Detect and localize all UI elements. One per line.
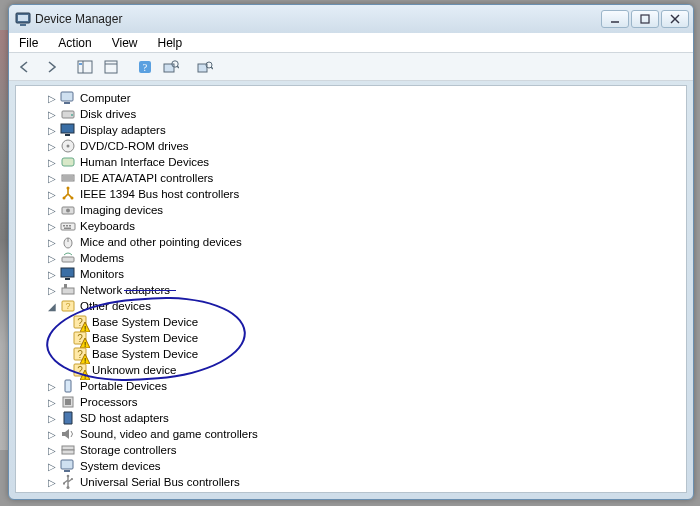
expand-icon[interactable]: ▷: [46, 460, 58, 472]
menubar: File Action View Help: [9, 33, 693, 53]
expand-icon[interactable]: ▷: [46, 412, 58, 424]
svg-point-77: [67, 486, 70, 489]
expand-icon[interactable]: ▷: [46, 428, 58, 440]
properties-button[interactable]: [99, 56, 123, 78]
tree-item-dvd-cd-rom-drives[interactable]: ▷ DVD/CD-ROM drives: [16, 138, 686, 154]
maximize-button[interactable]: [631, 10, 659, 28]
tree-item-network-adapters[interactable]: ▷ Network adapters: [16, 282, 686, 298]
expand-icon[interactable]: ▷: [46, 92, 58, 104]
expand-icon[interactable]: ▷: [46, 124, 58, 136]
unknown-device-icon: ? !: [72, 346, 88, 362]
tree-item-label: Storage controllers: [80, 444, 177, 456]
system-icon: [60, 458, 76, 474]
menu-action[interactable]: Action: [54, 34, 95, 52]
tree-item-mice[interactable]: ▷ Mice and other pointing devices: [16, 234, 686, 250]
tree-item-other-devices[interactable]: ◢ ? Other devices: [16, 298, 686, 314]
tree-item-processors[interactable]: ▷ Processors: [16, 394, 686, 410]
svg-rect-39: [66, 225, 68, 227]
tree-item-system-devices[interactable]: ▷ System devices: [16, 458, 686, 474]
minimize-button[interactable]: [601, 10, 629, 28]
tree-item-keyboards[interactable]: ▷ Keyboards: [16, 218, 686, 234]
tree-item-disk-drives[interactable]: ▷ Disk drives: [16, 106, 686, 122]
tree-item-hid[interactable]: ▷ Human Interface Devices: [16, 154, 686, 170]
tree-item-label: IEEE 1394 Bus host controllers: [80, 188, 239, 200]
tree-item-label: Portable Devices: [80, 380, 167, 392]
tree-item-unknown-device[interactable]: ? ! Unknown device: [16, 362, 686, 378]
tree-item-base-system-device[interactable]: ? ! Base System Device: [16, 330, 686, 346]
tree-item-label: Modems: [80, 252, 124, 264]
forward-button[interactable]: [39, 56, 63, 78]
svg-rect-40: [69, 225, 71, 227]
tree-item-label: Disk drives: [80, 108, 136, 120]
show-hide-tree-button[interactable]: [73, 56, 97, 78]
expand-icon[interactable]: ▷: [46, 380, 58, 392]
tree-item-monitors[interactable]: ▷ Monitors: [16, 266, 686, 282]
help-button[interactable]: ?: [133, 56, 157, 78]
tree-item-storage-controllers[interactable]: ▷ Storage controllers: [16, 442, 686, 458]
window-controls: [601, 10, 689, 28]
expand-icon[interactable]: ▷: [46, 140, 58, 152]
scan-hardware-button[interactable]: [159, 56, 183, 78]
close-button[interactable]: [661, 10, 689, 28]
monitor-icon: [60, 266, 76, 282]
tree-item-sound-controllers[interactable]: ▷ Sound, video and game controllers: [16, 426, 686, 442]
svg-rect-38: [63, 225, 65, 227]
tree-item-label: Monitors: [80, 268, 124, 280]
tree-item-label: Other devices: [80, 300, 151, 312]
expand-icon[interactable]: ▷: [46, 188, 58, 200]
menu-view[interactable]: View: [108, 34, 142, 52]
svg-rect-75: [63, 483, 65, 485]
expand-icon[interactable]: ▷: [46, 284, 58, 296]
back-button[interactable]: [13, 56, 37, 78]
expand-icon[interactable]: ▷: [46, 268, 58, 280]
expand-icon[interactable]: ▷: [46, 396, 58, 408]
unknown-device-icon: ? !: [72, 314, 88, 330]
portable-icon: [60, 378, 76, 394]
svg-text:!: !: [84, 372, 86, 380]
device-tree: ▷ Computer ▷ Disk drives ▷ Display adapt…: [16, 86, 686, 493]
tree-item-label: Base System Device: [92, 348, 198, 360]
expand-icon[interactable]: ▷: [46, 220, 58, 232]
expand-icon[interactable]: ▷: [46, 172, 58, 184]
svg-rect-2: [20, 24, 26, 26]
expand-icon[interactable]: ▷: [46, 108, 58, 120]
expand-icon[interactable]: ▷: [46, 204, 58, 216]
menu-file[interactable]: File: [15, 34, 42, 52]
usb-icon: [60, 474, 76, 490]
svg-rect-10: [105, 61, 117, 73]
svg-point-36: [66, 209, 70, 213]
tree-item-display-adapters[interactable]: ▷ Display adapters: [16, 122, 686, 138]
tree-pane[interactable]: ▷ Computer ▷ Disk drives ▷ Display adapt…: [15, 85, 687, 493]
tree-item-usb-controllers[interactable]: ▷ Universal Serial Bus controllers: [16, 474, 686, 490]
svg-point-23: [71, 114, 73, 116]
tree-item-base-system-device[interactable]: ? ! Base System Device: [16, 346, 686, 362]
tree-item-computer[interactable]: ▷ Computer: [16, 90, 686, 106]
tree-item-ide-controllers[interactable]: ▷ IDE ATA/ATAPI controllers: [16, 170, 686, 186]
tree-item-label: SD host adapters: [80, 412, 169, 424]
tree-item-ieee1394[interactable]: ▷ IEEE 1394 Bus host controllers: [16, 186, 686, 202]
expand-icon[interactable]: ▷: [46, 444, 58, 456]
svg-rect-21: [64, 102, 70, 104]
tree-item-label: Human Interface Devices: [80, 156, 209, 168]
tree-item-portable-devices[interactable]: ▷ Portable Devices: [16, 378, 686, 394]
tree-item-label: Computer: [80, 92, 131, 104]
tree-item-base-system-device[interactable]: ? ! Base System Device: [16, 314, 686, 330]
titlebar[interactable]: Device Manager: [9, 5, 693, 33]
imaging-icon: [60, 202, 76, 218]
menu-help[interactable]: Help: [154, 34, 187, 52]
svg-rect-25: [65, 134, 70, 136]
collapse-icon[interactable]: ◢: [46, 300, 58, 312]
app-icon: [15, 11, 31, 27]
expand-icon[interactable]: ▷: [46, 476, 58, 488]
tree-item-modems[interactable]: ▷ Modems: [16, 250, 686, 266]
svg-text:?: ?: [65, 301, 70, 311]
expand-icon[interactable]: ▷: [46, 156, 58, 168]
tree-item-sd-host-adapters[interactable]: ▷ SD host adapters: [16, 410, 686, 426]
svg-rect-24: [61, 124, 74, 133]
svg-rect-44: [62, 257, 74, 262]
window-title: Device Manager: [35, 12, 601, 26]
expand-icon[interactable]: ▷: [46, 252, 58, 264]
show-hidden-button[interactable]: [193, 56, 217, 78]
expand-icon[interactable]: ▷: [46, 236, 58, 248]
tree-item-imaging-devices[interactable]: ▷ Imaging devices: [16, 202, 686, 218]
